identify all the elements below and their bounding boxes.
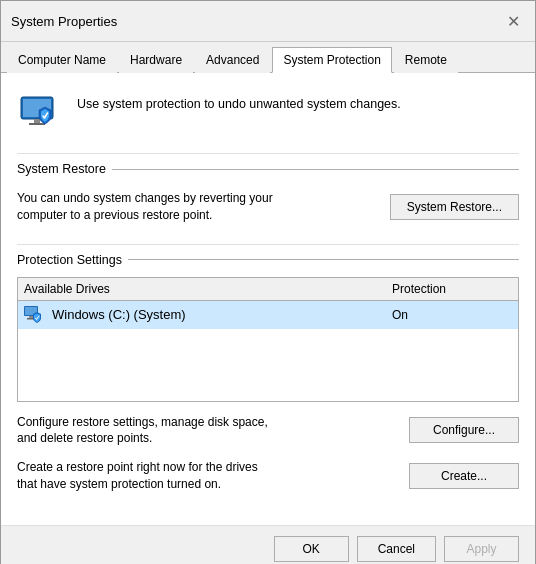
cancel-button[interactable]: Cancel xyxy=(357,536,436,562)
protection-settings-header: Protection Settings xyxy=(17,253,519,267)
tab-bar: Computer Name Hardware Advanced System P… xyxy=(1,42,535,73)
separator-1 xyxy=(17,153,519,154)
system-restore-title: System Restore xyxy=(17,162,106,176)
ok-button[interactable]: OK xyxy=(274,536,349,562)
tab-remote[interactable]: Remote xyxy=(394,47,458,73)
section-divider-2 xyxy=(128,259,519,260)
configure-actions: Configure restore settings, manage disk … xyxy=(17,414,519,448)
create-description: Create a restore point right now for the… xyxy=(17,459,277,493)
system-restore-button[interactable]: System Restore... xyxy=(390,194,519,220)
apply-button[interactable]: Apply xyxy=(444,536,519,562)
separator-2 xyxy=(17,244,519,245)
drive-name: Windows (C:) (System) xyxy=(52,307,186,322)
tab-advanced[interactable]: Advanced xyxy=(195,47,270,73)
restore-description: You can undo system changes by reverting… xyxy=(17,190,277,224)
protection-status: On xyxy=(392,308,512,322)
close-button[interactable]: ✕ xyxy=(501,9,525,33)
system-restore-section: System Restore You can undo system chang… xyxy=(17,162,519,228)
window-title: System Properties xyxy=(11,14,117,29)
drive-cell: Windows (C:) (System) xyxy=(24,306,392,324)
system-icon xyxy=(17,89,65,137)
col-header-protection: Protection xyxy=(392,282,512,296)
drives-table: Available Drives Protection xyxy=(17,277,519,402)
dialog-footer: OK Cancel Apply xyxy=(1,525,535,564)
col-header-drive: Available Drives xyxy=(24,282,392,296)
restore-body: You can undo system changes by reverting… xyxy=(17,186,519,228)
svg-rect-6 xyxy=(29,316,33,318)
system-restore-header: System Restore xyxy=(17,162,519,176)
system-properties-window: System Properties ✕ Computer Name Hardwa… xyxy=(0,0,536,564)
info-description: Use system protection to undo unwanted s… xyxy=(77,97,401,111)
tab-computer-name[interactable]: Computer Name xyxy=(7,47,117,73)
create-actions: Create a restore point right now for the… xyxy=(17,459,519,493)
configure-button[interactable]: Configure... xyxy=(409,417,519,443)
drive-icon xyxy=(24,306,46,324)
title-bar: System Properties ✕ xyxy=(1,1,535,42)
table-row[interactable]: Windows (C:) (System) On xyxy=(18,301,518,329)
section-divider xyxy=(112,169,519,170)
protection-settings-section: Protection Settings Available Drives Pro… xyxy=(17,253,519,493)
content-area: Use system protection to undo unwanted s… xyxy=(1,73,535,525)
info-section: Use system protection to undo unwanted s… xyxy=(17,89,519,137)
tab-system-protection[interactable]: System Protection xyxy=(272,47,391,73)
svg-rect-3 xyxy=(29,123,45,125)
configure-description: Configure restore settings, manage disk … xyxy=(17,414,277,448)
tab-hardware[interactable]: Hardware xyxy=(119,47,193,73)
table-body: Windows (C:) (System) On xyxy=(18,301,518,401)
table-header-row: Available Drives Protection xyxy=(18,278,518,301)
protection-settings-title: Protection Settings xyxy=(17,253,122,267)
create-button[interactable]: Create... xyxy=(409,463,519,489)
